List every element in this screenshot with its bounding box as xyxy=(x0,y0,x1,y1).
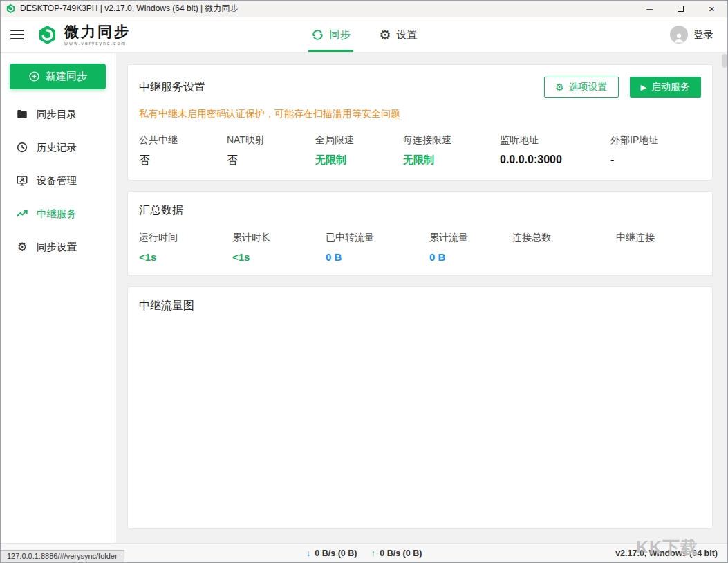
stat-relay-connections: 中继连接 xyxy=(616,232,701,264)
minimize-icon: ─ xyxy=(646,4,653,14)
brand-site: www.verysync.com xyxy=(64,41,131,46)
maximize-icon xyxy=(678,6,684,12)
nav-tab-label: 设置 xyxy=(397,28,418,41)
window-controls: ─ × xyxy=(634,1,727,17)
start-service-label: 启动服务 xyxy=(651,81,690,93)
gear-icon: ⚙ xyxy=(16,241,28,253)
stat-label: 已中转流量 xyxy=(326,232,429,244)
brand-text: 微力同步 www.verysync.com xyxy=(64,24,131,46)
app-logo-icon xyxy=(6,3,16,14)
stat-value: 无限制 xyxy=(315,154,403,167)
play-icon: ▶ xyxy=(641,84,646,91)
main-nav: 同步 ⚙ 设置 xyxy=(308,17,420,52)
menu-icon[interactable] xyxy=(10,30,24,40)
app-header: 微力同步 www.verysync.com 同步 ⚙ 设置 登录 xyxy=(1,17,727,53)
sidebar-item-history[interactable]: 历史记录 xyxy=(1,131,115,164)
stat-label: 累计流量 xyxy=(429,232,512,244)
gear-icon: ⚙ xyxy=(379,28,391,41)
close-icon: × xyxy=(709,3,715,15)
nav-tab-label: 同步 xyxy=(329,28,350,41)
start-service-button[interactable]: ▶ 启动服务 xyxy=(630,77,701,98)
stat-label: 公共中继 xyxy=(139,134,227,147)
app-window: DESKTOP-749K3PH | v2.17.0, Windows (64 b… xyxy=(0,0,728,563)
nav-tab-sync[interactable]: 同步 xyxy=(308,17,353,52)
relay-card-header: 中继服务设置 ⚙ 选项设置 ▶ 启动服务 xyxy=(139,77,701,98)
sidebar-item-devices[interactable]: 设备管理 xyxy=(1,164,115,197)
download-speed: ↓ 0 B/s (0 B) xyxy=(306,548,357,558)
brand-name: 微力同步 xyxy=(64,24,131,39)
nav-tab-settings[interactable]: ⚙ 设置 xyxy=(376,17,420,52)
stat-value xyxy=(512,251,616,264)
stat-total-connections: 连接总数 xyxy=(512,232,616,264)
sidebar-item-label: 同步设置 xyxy=(37,241,77,254)
line-chart-icon xyxy=(16,207,28,220)
stat-global-speed-limit: 全局限速 无限制 xyxy=(315,134,403,168)
sidebar-item-label: 同步目录 xyxy=(37,108,77,121)
main-content: 中继服务设置 ⚙ 选项设置 ▶ 启动服务 私有中继未启用密码认证保护，可能存在扫… xyxy=(116,53,727,543)
stat-label: 连接总数 xyxy=(512,232,616,244)
window-maximize-button[interactable] xyxy=(665,1,696,17)
security-warning-text: 私有中继未启用密码认证保护，可能存在扫描滥用等安全问题 xyxy=(139,108,701,120)
options-settings-label: 选项设置 xyxy=(569,81,608,93)
stat-public-relay: 公共中继 否 xyxy=(139,134,227,168)
relay-card-buttons: ⚙ 选项设置 ▶ 启动服务 xyxy=(544,77,701,98)
stat-label: 累计时长 xyxy=(232,232,326,244)
window-minimize-button[interactable]: ─ xyxy=(634,1,665,17)
stat-per-connection-limit: 每连接限速 无限制 xyxy=(403,134,500,168)
scrollbar-thumb[interactable] xyxy=(722,54,727,68)
summary-stats: 运行时间 <1s 累计时长 <1s 已中转流量 0 B 累计流量 0 B 连接总… xyxy=(139,232,701,264)
history-icon xyxy=(16,141,28,154)
login-button[interactable]: 登录 xyxy=(670,26,713,44)
status-url-tooltip: 127.0.0.1:8886/#/verysync/folder xyxy=(1,550,124,562)
version-text: v2.17.0, Windows (64 bit) xyxy=(615,544,718,562)
stat-value: 0.0.0.0:3000 xyxy=(500,154,610,166)
window-titlebar: DESKTOP-749K3PH | v2.17.0, Windows (64 b… xyxy=(1,1,727,17)
relay-card-title: 中继服务设置 xyxy=(139,80,205,95)
stat-value: <1s xyxy=(139,251,232,264)
folder-icon xyxy=(16,108,28,120)
sidebar-item-sync-settings[interactable]: ⚙ 同步设置 xyxy=(1,230,115,264)
stat-label: 运行时间 xyxy=(139,232,232,244)
plus-circle-icon xyxy=(28,71,40,82)
sync-icon xyxy=(310,28,324,41)
upload-speed: ↑ 0 B/s (0 B) xyxy=(371,548,422,558)
stat-label: 每连接限速 xyxy=(403,134,500,147)
summary-card-title: 汇总数据 xyxy=(139,203,701,218)
upload-arrow-icon: ↑ xyxy=(371,548,375,558)
user-avatar-icon xyxy=(670,26,688,44)
window-close-button[interactable]: × xyxy=(696,1,727,17)
stat-relayed-traffic: 已中转流量 0 B xyxy=(326,232,429,264)
stat-value: 否 xyxy=(227,154,315,168)
window-title: DESKTOP-749K3PH | v2.17.0, Windows (64 b… xyxy=(20,3,238,15)
stat-total-traffic: 累计流量 0 B xyxy=(429,232,512,264)
stat-value: 无限制 xyxy=(403,154,500,167)
upload-speed-text: 0 B/s (0 B) xyxy=(380,548,422,558)
summary-data-card: 汇总数据 运行时间 <1s 累计时长 <1s 已中转流量 0 B 累计流量 0 … xyxy=(127,191,713,276)
relay-settings-card: 中继服务设置 ⚙ 选项设置 ▶ 启动服务 私有中继未启用密码认证保护，可能存在扫… xyxy=(127,64,713,181)
options-settings-button[interactable]: ⚙ 选项设置 xyxy=(544,77,619,98)
stat-value: - xyxy=(610,154,701,166)
stat-nat-mapping: NAT映射 否 xyxy=(227,134,315,168)
sidebar-item-sync-folders[interactable]: 同步目录 xyxy=(1,98,115,131)
new-sync-button[interactable]: 新建同步 xyxy=(10,64,106,89)
relay-stats: 公共中继 否 NAT映射 否 全局限速 无限制 每连接限速 无限制 监听地址 xyxy=(139,134,701,168)
sidebar: 新建同步 同步目录 历史记录 设备管理 中继服务 xyxy=(1,53,115,543)
stat-value: 否 xyxy=(139,154,227,168)
sidebar-item-relay-service[interactable]: 中继服务 xyxy=(1,197,115,230)
gear-icon: ⚙ xyxy=(555,82,564,92)
stat-value: 0 B xyxy=(429,251,512,264)
new-sync-label: 新建同步 xyxy=(46,70,87,83)
stat-value: 0 B xyxy=(326,251,429,264)
brand[interactable]: 微力同步 www.verysync.com xyxy=(37,24,131,46)
chart-card-title: 中继流量图 xyxy=(139,299,701,313)
stat-label: 中继连接 xyxy=(616,232,701,244)
stat-listen-address: 监听地址 0.0.0.0:3000 xyxy=(500,134,610,168)
stat-uptime: 运行时间 <1s xyxy=(139,232,232,264)
stat-value xyxy=(616,251,701,264)
download-speed-text: 0 B/s (0 B) xyxy=(315,548,357,558)
stat-label: NAT映射 xyxy=(227,134,315,147)
stat-label: 外部IP地址 xyxy=(610,134,701,147)
transfer-speed: ↓ 0 B/s (0 B) ↑ 0 B/s (0 B) xyxy=(306,544,422,562)
download-arrow-icon: ↓ xyxy=(306,548,310,558)
brand-logo-icon xyxy=(37,24,58,46)
